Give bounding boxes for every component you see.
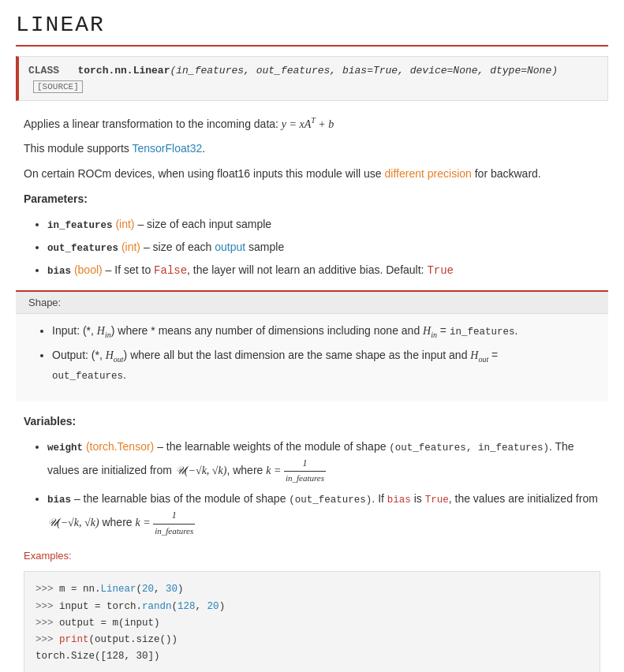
tensorfloat-link[interactable]: TensorFloat32 — [132, 142, 202, 155]
params-list: in_features (int) – size of each input s… — [24, 215, 600, 279]
param-name-bias: bias — [47, 266, 71, 277]
var-weight: weight (torch.Tensor) – the learnable we… — [47, 438, 600, 486]
shape-output: Output: (*, Hout) where all but the last… — [52, 346, 596, 384]
top-divider — [16, 45, 608, 47]
class-name: torch.nn.Linear — [77, 65, 170, 77]
page-title: LINEAR — [16, 13, 608, 37]
description-rocm: On certain ROCm devices, when using floa… — [24, 165, 600, 184]
class-params: (in_features, out_features, bias=True, d… — [170, 65, 558, 77]
param-bias: bias (bool) – If set to False, the layer… — [47, 261, 600, 279]
code-line-4: >>> print(output.size()) — [35, 632, 589, 648]
class-header: CLASS torch.nn.Linear(in_features, out_f… — [16, 56, 608, 101]
shape-label: Shape: — [16, 292, 608, 314]
examples-section: Examples: >>> m = nn.Linear(20, 30) >>> … — [16, 547, 608, 672]
code-block: >>> m = nn.Linear(20, 30) >>> input = to… — [24, 571, 600, 672]
code-line-1: >>> m = nn.Linear(20, 30) — [35, 581, 589, 598]
different-precision-link[interactable]: different precision — [385, 167, 472, 180]
shape-list: Input: (*, Hin) where * means any number… — [28, 322, 596, 384]
examples-label: Examples: — [24, 547, 600, 565]
param-out-features: out_features (int) – size of each output… — [47, 238, 600, 256]
param-name-in-features: in_features — [47, 220, 113, 231]
source-link[interactable]: [SOURCE] — [33, 80, 83, 93]
code-line-2: >>> input = torch.randn(128, 20) — [35, 599, 589, 615]
param-name-out-features: out_features — [47, 243, 118, 254]
description-formula: Applies a linear transformation to the i… — [24, 114, 600, 133]
class-keyword: CLASS — [28, 65, 59, 77]
description-section: Applies a linear transformation to the i… — [16, 114, 608, 279]
shape-input: Input: (*, Hin) where * means any number… — [52, 322, 596, 342]
var-bias: bias – the learnable bias of the module … — [47, 490, 600, 538]
variables-label: Variables: — [24, 413, 600, 431]
param-in-features: in_features (int) – size of each input s… — [47, 215, 600, 233]
description-tensorfloat: This module supports TensorFloat32. — [24, 140, 600, 159]
code-line-3: >>> output = m(input) — [35, 615, 589, 632]
shape-box: Shape: Input: (*, Hin) where * means any… — [16, 290, 608, 401]
variables-section: Variables: weight (torch.Tensor) – the l… — [16, 413, 608, 538]
variables-list: weight (torch.Tensor) – the learnable we… — [24, 438, 600, 539]
params-label: Parameters: — [24, 190, 600, 209]
shape-content: Input: (*, Hin) where * means any number… — [16, 314, 608, 401]
code-line-5: torch.Size([128, 30]) — [35, 648, 589, 665]
